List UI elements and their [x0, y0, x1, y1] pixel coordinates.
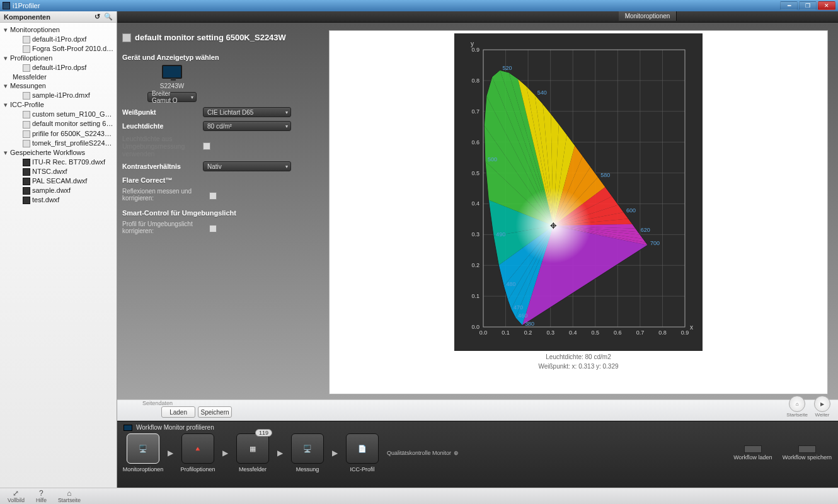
monitor-mini-icon [123, 425, 132, 431]
section-smart: Smart-Control für Umgebungslicht [122, 209, 318, 217]
kontrast-dropdown[interactable]: Nativ [203, 161, 291, 171]
svg-text:0.6: 0.6 [614, 329, 622, 336]
svg-text:500: 500 [488, 156, 497, 163]
svg-text:0.2: 0.2 [524, 329, 532, 336]
chevron-right-icon: ▶ [277, 449, 283, 457]
weisspunkt-dropdown[interactable]: CIE Lichtart D65 [203, 107, 291, 117]
refresh-icon[interactable]: ↺ [95, 13, 100, 21]
svg-text:0.4: 0.4 [471, 200, 479, 207]
svg-text:0.9: 0.9 [681, 329, 689, 336]
leuchtdichte-label: Leuchtdichte [122, 122, 197, 130]
wf-step-monitoroptionen[interactable]: 🖥️Monitoroptionen [123, 433, 163, 472]
tree-file[interactable]: prifile for 6500K_S2243W.icm [3, 129, 115, 139]
tree-group-workflows[interactable]: ▾Gespeicherte Workflows [3, 148, 115, 158]
cie-chromaticity-chart: 0.00.10.20.30.40.50.60.70.80.90.00.10.20… [458, 37, 697, 346]
svg-text:490: 490 [496, 231, 505, 238]
window-titlebar: i1Profiler ━ ❐ ✕ [0, 0, 838, 11]
tree-file[interactable]: test.dwxf [3, 195, 115, 205]
svg-text:540: 540 [537, 89, 547, 96]
window-minimize-button[interactable]: ━ [780, 1, 798, 10]
workflow-load-button[interactable]: Workflow laden [733, 445, 772, 461]
svg-text:700: 700 [650, 240, 660, 246]
tree-group-monitoroptionen[interactable]: ▾Monitoroptionen [3, 25, 115, 35]
main-panel: Monitoroptionen default monitor setting … [117, 11, 838, 488]
weisspunkt-label: Weißpunkt [122, 108, 197, 116]
workflow-save-button[interactable]: Workflow speichern [783, 445, 832, 461]
window-close-button[interactable]: ✕ [818, 1, 835, 10]
svg-text:0.0: 0.0 [479, 329, 488, 336]
svg-text:0.1: 0.1 [471, 293, 479, 299]
smart-checkbox[interactable] [209, 225, 217, 232]
smart-sub: Profil für Umgebungslicht korrigieren: [122, 220, 203, 234]
sidebar-title: Komponenten [4, 13, 50, 21]
svg-text:600: 600 [626, 207, 636, 214]
svg-text:y: y [471, 40, 474, 47]
weiter-button[interactable]: ▶ [814, 396, 830, 412]
window-maximize-button[interactable]: ❐ [799, 1, 817, 10]
hilfe-button[interactable]: ?Hilfe [36, 490, 47, 503]
svg-text:480: 480 [506, 281, 515, 287]
component-tree[interactable]: ▾Monitoroptionen default-i1Pro.dpxf Fogr… [0, 23, 117, 488]
tree-group-messungen[interactable]: ▾Messungen [3, 81, 115, 91]
svg-text:0.3: 0.3 [546, 329, 554, 336]
tree-file[interactable]: default monitor setting 6500K_S2243... [3, 119, 115, 129]
svg-text:0.3: 0.3 [471, 231, 479, 238]
tree-group-messfelder[interactable]: Messfelder [3, 72, 115, 81]
tree-group-icc[interactable]: ▾ICC-Profile [3, 100, 115, 110]
sidebar: Komponenten ↺ 🔍 ▾Monitoroptionen default… [0, 11, 117, 488]
wf-quality-toggle[interactable]: Qualitätskontrolle Monitor⊕ [387, 450, 459, 456]
chevron-right-icon: ▶ [332, 449, 338, 457]
leuchtdichte-env-label: Leuchtdichte aus Umgebungsmessungverwend… [122, 135, 197, 158]
tree-file[interactable]: Fogra Soft-Proof 2010.dpxf [3, 44, 115, 54]
svg-text:0.8: 0.8 [471, 77, 479, 84]
sidebar-header: Komponenten ↺ 🔍 [0, 11, 117, 23]
svg-text:0.5: 0.5 [592, 329, 600, 336]
svg-text:0.9: 0.9 [471, 47, 479, 53]
leuchtdichte-dropdown[interactable]: 80 cd/m² [203, 121, 291, 131]
tree-file[interactable]: PAL SECAM.dwxf [3, 176, 115, 186]
app-title: i1Profiler [13, 2, 40, 9]
wf-step-profiloptionen[interactable]: 🔺Profiloptionen [178, 433, 217, 472]
section-flare: Flare Correct™ [122, 176, 318, 184]
svg-text:0.1: 0.1 [502, 329, 510, 336]
svg-text:0.7: 0.7 [471, 108, 479, 115]
laden-button[interactable]: Laden [161, 406, 195, 418]
svg-text:0.0: 0.0 [471, 324, 479, 330]
tree-file[interactable]: ITU-R Rec. BT709.dwxf [3, 158, 115, 167]
startseite-button[interactable]: ⌂Startseite [58, 490, 81, 503]
gamut-dropdown[interactable]: Breiter Gamut O [147, 92, 197, 102]
svg-text:460: 460 [518, 312, 527, 319]
svg-text:0.6: 0.6 [471, 139, 479, 146]
tree-file[interactable]: sample-i1Pro.dmxf [3, 91, 115, 100]
flare-checkbox[interactable] [209, 192, 217, 200]
wf-step-messfelder[interactable]: ▦Messfelder [233, 433, 272, 472]
svg-text:520: 520 [502, 65, 512, 71]
leuchtdichte-env-checkbox[interactable] [203, 142, 210, 150]
speichern-button[interactable]: Speichern [198, 406, 232, 418]
seitendaten-label: Seitendaten [142, 400, 173, 406]
app-icon [3, 2, 10, 9]
tree-file[interactable]: sample.dwxf [3, 186, 115, 195]
tree-file[interactable]: custom setum_R100_G95_B96_S2243... [3, 110, 115, 119]
search-icon[interactable]: 🔍 [104, 13, 113, 21]
svg-text:0.2: 0.2 [471, 262, 479, 268]
svg-text:0.7: 0.7 [636, 329, 645, 336]
chevron-right-icon: ▶ [222, 449, 228, 457]
monitor-name: S2243W [160, 83, 184, 89]
vollbild-button[interactable]: ⤢Vollbild [8, 490, 25, 503]
tree-file[interactable]: NTSC.dwxf [3, 167, 115, 176]
section-device: Gerät und Anzeigetyp wählen [122, 54, 318, 61]
wf-step-messung[interactable]: 🖥️Messung [288, 433, 327, 472]
svg-text:0.8: 0.8 [658, 329, 667, 336]
tree-file[interactable]: default-i1Pro.dpsf [3, 63, 115, 72]
svg-text:0.5: 0.5 [471, 170, 479, 176]
tree-file[interactable]: tomek_first_profileS2243W.icm [3, 139, 115, 148]
tab-bar: Monitoroptionen [117, 11, 838, 23]
tree-group-profiloptionen[interactable]: ▾Profiloptionen [3, 54, 115, 63]
flare-sub: Reflexionen messen und korrigieren: [122, 188, 203, 202]
monitor-icon[interactable] [162, 65, 182, 79]
wf-step-iccprofil[interactable]: 📄ICC-Profil [343, 433, 382, 472]
tab-monitoroptionen[interactable]: Monitoroptionen [619, 11, 677, 21]
home-button[interactable]: ⌂ [789, 396, 805, 412]
tree-file[interactable]: default-i1Pro.dpxf [3, 35, 115, 44]
